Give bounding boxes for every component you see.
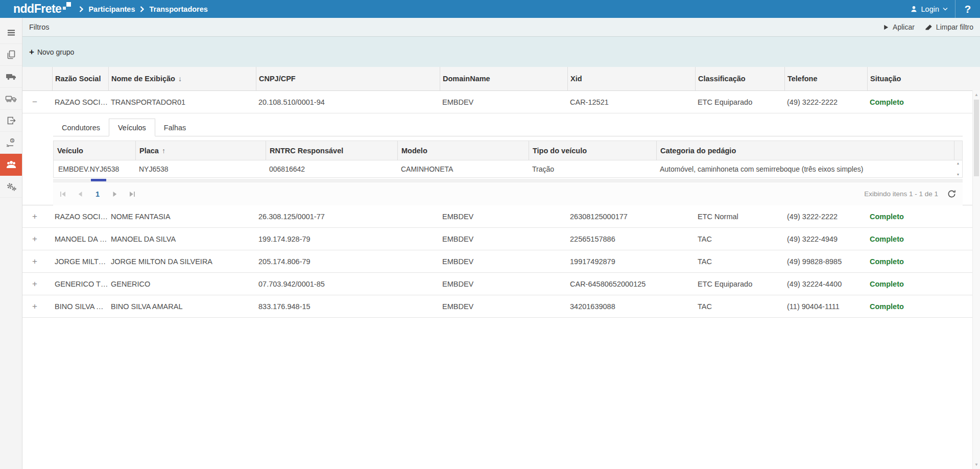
column-header-domainname[interactable]: DomainName — [440, 67, 567, 90]
column-header-nome-exibicao[interactable]: Nome de Exibição↓ — [108, 67, 256, 90]
scroll-down-icon[interactable]: ▼ — [957, 173, 960, 176]
cell-xid: 34201639088 — [567, 302, 695, 311]
column-header-tipo-veiculo[interactable]: Tipo do veículo — [529, 141, 656, 160]
next-page-button[interactable] — [111, 191, 118, 198]
cell-xid: 22565157886 — [567, 235, 695, 243]
expand-row-button[interactable]: + — [32, 302, 37, 311]
collapse-row-button[interactable]: − — [32, 98, 37, 106]
main-content: Filtros Aplicar Limpar filtro + Novo gru… — [22, 18, 980, 469]
cell-modelo: CAMINHONETA — [397, 165, 529, 173]
column-header-placa[interactable]: Placa↑ — [135, 141, 266, 160]
vehicle-row[interactable]: EMBDEV.NYJ6538 NYJ6538 006816642 CAMINHO… — [54, 160, 962, 177]
column-header-cnpj-cpf[interactable]: CNPJ/CPF — [256, 67, 440, 90]
cell-razao-social: JORGE MILTON ... — [52, 257, 108, 266]
transportador-row[interactable]: +GENERICO TRAN...GENERICO07.703.942/0001… — [22, 273, 980, 295]
transportador-row[interactable]: −RAZAO SOCIAL S...TRANSPORTADOR0120.108.… — [22, 91, 980, 113]
transportador-row[interactable]: +MANOEL DA SILVAMANOEL DA SILVA199.174.9… — [22, 228, 980, 250]
breadcrumb: Participantes Transportadores — [79, 5, 208, 13]
status-badge: Completo — [867, 235, 980, 243]
scroll-up-icon[interactable]: ▲ — [973, 92, 980, 97]
first-page-button[interactable] — [59, 191, 66, 198]
sidebar-item-export[interactable] — [0, 110, 22, 132]
header-scrollbar-spacer — [954, 141, 962, 160]
scroll-up-icon[interactable]: ▲ — [957, 161, 960, 165]
column-header-telefone[interactable]: Telefone — [784, 67, 867, 90]
login-label: Login — [921, 5, 939, 13]
sidebar-item-truck[interactable] — [0, 66, 22, 88]
column-header-veiculo[interactable]: Veículo — [54, 141, 135, 160]
filter-actions: Aplicar Limpar filtro — [882, 23, 973, 31]
vehicles-grid: Veículo Placa↑ RNTRC Responsável Modelo … — [53, 140, 963, 178]
column-header-categoria-pedagio[interactable]: Categoria do pedágio — [656, 141, 954, 160]
detail-tabs: Condutores Veículos Falhas — [53, 119, 963, 136]
expanded-row-host: −RAZAO SOCIAL S...TRANSPORTADOR0120.108.… — [22, 91, 980, 113]
column-header-rntrc[interactable]: RNTRC Responsável — [266, 141, 397, 160]
grid-vertical-scrollbar[interactable]: ▲ ▼ — [972, 90, 980, 469]
last-page-button[interactable] — [129, 191, 136, 198]
expand-row-button[interactable]: + — [32, 257, 37, 266]
breadcrumb-transportadores[interactable]: Transportadores — [149, 5, 207, 13]
vehicles-grid-header: Veículo Placa↑ RNTRC Responsável Modelo … — [54, 141, 962, 160]
breadcrumb-participantes[interactable]: Participantes — [88, 5, 135, 13]
sidebar: $ — [0, 18, 22, 469]
inner-horizontal-scrollbar[interactable] — [53, 179, 963, 182]
scrollbar-thumb[interactable] — [91, 179, 106, 181]
gears-icon — [6, 181, 17, 192]
expander-cell: + — [22, 279, 52, 288]
expander-cell: + — [22, 212, 52, 221]
scrollbar-thumb[interactable] — [974, 100, 979, 176]
cell-telefone: (49) 3222-2222 — [784, 213, 867, 221]
tab-condutores[interactable]: Condutores — [53, 121, 109, 136]
cell-classificacao: TAC — [695, 257, 784, 266]
column-header-razao-social[interactable]: Razão Social — [52, 67, 108, 90]
plus-icon: + — [29, 49, 34, 56]
expand-row-button[interactable]: + — [32, 235, 37, 243]
status-badge: Completo — [867, 98, 980, 106]
sidebar-item-truck-trailer[interactable] — [0, 88, 22, 110]
users-group-icon — [5, 159, 17, 170]
transportador-row[interactable]: +BINO SILVA AMA...BINO SILVA AMARAL833.1… — [22, 295, 980, 318]
next-page-icon — [111, 191, 118, 198]
cell-placa: NYJ6538 — [135, 165, 266, 173]
expand-row-button[interactable]: + — [32, 279, 37, 288]
column-header-classificacao[interactable]: Classificação — [695, 67, 784, 90]
hand-coin-icon: $ — [6, 137, 17, 148]
sidebar-item-participants[interactable] — [0, 154, 22, 176]
pager-right: Exibindo itens 1 - 1 de 1 — [864, 190, 956, 198]
cell-domainname: EMBDEV — [440, 98, 567, 106]
cell-telefone: (49) 99828-8985 — [784, 257, 867, 266]
clear-filter-button[interactable]: Limpar filtro — [925, 23, 973, 31]
sidebar-item-payments[interactable]: $ — [0, 132, 22, 154]
cell-veiculo: EMBDEV.NYJ6538 — [54, 165, 135, 173]
inner-vertical-scrollbar[interactable]: ▲ ▼ — [954, 160, 962, 177]
sidebar-item-documents[interactable] — [0, 44, 22, 66]
tab-falhas[interactable]: Falhas — [155, 121, 195, 136]
header-expander-column — [22, 67, 52, 90]
transportador-row[interactable]: +JORGE MILTON ...JORGE MILTON DA SILVEIR… — [22, 250, 980, 273]
expander-cell: + — [22, 235, 52, 243]
login-menu[interactable]: Login — [903, 0, 955, 18]
cell-razao-social: GENERICO TRAN... — [52, 280, 108, 288]
current-page-number[interactable]: 1 — [94, 190, 101, 198]
column-header-xid[interactable]: Xid — [567, 67, 695, 90]
scroll-down-icon[interactable]: ▼ — [973, 462, 980, 467]
status-badge: Completo — [867, 257, 980, 266]
cell-classificacao: ETC Equiparado — [695, 98, 784, 106]
nddfrete-logo[interactable]: nddFrete — [13, 3, 71, 15]
apply-filter-button[interactable]: Aplicar — [882, 23, 915, 31]
new-group-button[interactable]: + Novo grupo — [29, 48, 74, 56]
help-button[interactable]: ? — [955, 0, 980, 18]
column-header-situacao[interactable]: Situação — [867, 67, 980, 90]
tab-veiculos[interactable]: Veículos — [109, 119, 155, 136]
logo-text: nddFrete — [13, 3, 61, 15]
cell-razao-social: MANOEL DA SILVA — [52, 235, 108, 243]
expand-row-button[interactable]: + — [32, 212, 37, 221]
refresh-button[interactable] — [947, 190, 956, 198]
svg-text:$: $ — [11, 138, 13, 142]
column-header-modelo[interactable]: Modelo — [397, 141, 529, 160]
previous-page-button[interactable] — [77, 191, 84, 198]
menu-toggle-button[interactable] — [0, 22, 22, 44]
truck-trailer-icon — [5, 93, 17, 104]
transportador-row[interactable]: +RAZAO SOCIALNOME FANTASIA26.308.125/000… — [22, 205, 980, 228]
sidebar-item-settings[interactable] — [0, 176, 22, 198]
